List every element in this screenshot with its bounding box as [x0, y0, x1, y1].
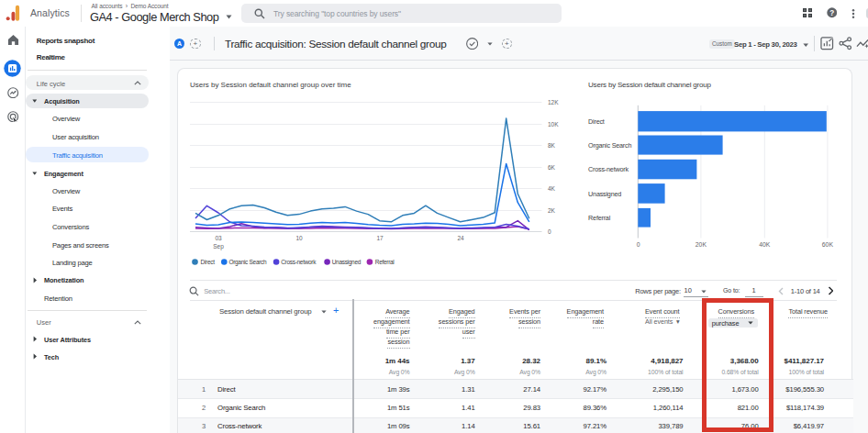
svg-text:Referral: Referral [375, 259, 395, 265]
svg-text:Direct: Direct [201, 259, 216, 265]
svg-text:4K: 4K [548, 185, 556, 192]
svg-text:Unassigned: Unassigned [332, 259, 362, 266]
svg-text:?: ? [829, 9, 834, 17]
svg-text:24: 24 [457, 235, 464, 241]
svg-text:20K: 20K [696, 241, 707, 248]
svg-text:10K: 10K [548, 121, 559, 128]
svg-text:03: 03 [215, 235, 222, 241]
svg-text:Organic Search: Organic Search [588, 141, 631, 150]
svg-text:Organic Search: Organic Search [228, 259, 267, 266]
svg-text:12K: 12K [548, 99, 559, 105]
svg-text:Cross-network: Cross-network [281, 259, 317, 265]
svg-text:2K: 2K [548, 207, 556, 214]
svg-text:40K: 40K [759, 241, 771, 248]
svg-text:Cross-network: Cross-network [588, 165, 629, 173]
svg-text:Unassigned: Unassigned [588, 190, 621, 198]
svg-text:0: 0 [548, 228, 551, 235]
svg-text:Direct: Direct [588, 117, 605, 126]
svg-text:6K: 6K [548, 164, 556, 171]
svg-text:10: 10 [295, 235, 303, 241]
svg-text:60K: 60K [822, 241, 834, 248]
svg-text:17: 17 [376, 235, 384, 241]
svg-text:Sep: Sep [213, 243, 224, 250]
svg-text:Referral: Referral [588, 214, 611, 222]
svg-text:0: 0 [637, 241, 640, 248]
svg-text:8K: 8K [548, 142, 556, 149]
